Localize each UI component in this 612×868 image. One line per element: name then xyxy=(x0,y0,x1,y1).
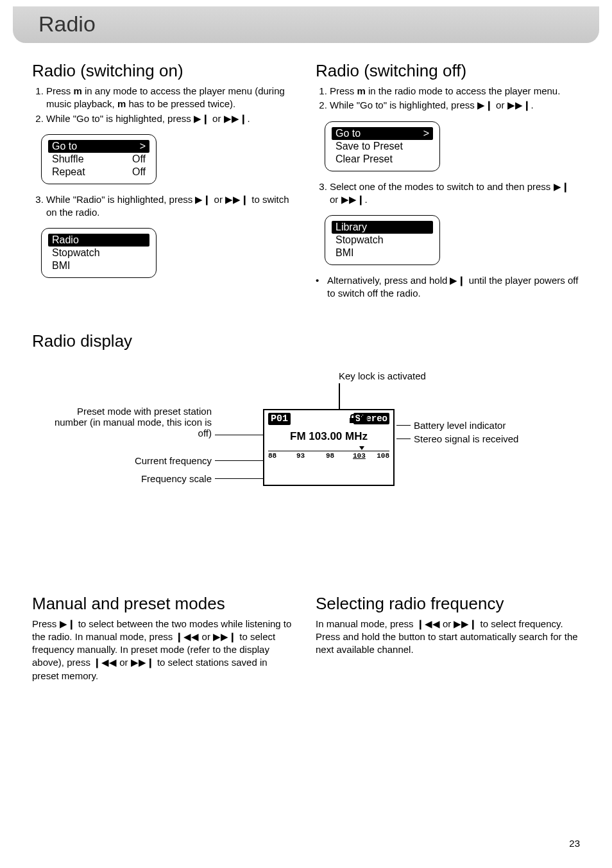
menu-library: Library Stopwatch BMI xyxy=(325,215,440,265)
tick: 103 xyxy=(353,452,366,460)
menu-row-library: Library xyxy=(332,221,433,234)
step-on-3: While "Radio" is highlighted, press ▶❙ o… xyxy=(46,193,296,220)
scale-line xyxy=(268,451,389,451)
step-on-1: Press m in any mode to access the player… xyxy=(46,85,296,111)
menu-row-shuffle: ShuffleOff xyxy=(48,153,149,166)
anno-preset: Preset mode with preset station number (… xyxy=(45,406,212,438)
frequency-text: FM 103.00 MHz xyxy=(264,430,393,443)
anno-keylock: Key lock is activated xyxy=(339,370,426,381)
anno-line xyxy=(215,478,263,480)
menu-row-stopwatch: Stopwatch xyxy=(48,247,149,259)
frequency-scale: 88 93 98 103 108 xyxy=(264,448,393,466)
step-off-2: While "Go to" is highlighted, press ▶❙ o… xyxy=(330,99,580,112)
anno-line xyxy=(396,438,411,440)
steps-off: Press m in the radio mode to access the … xyxy=(316,85,580,112)
anno-battery: Battery level indicator xyxy=(414,420,506,431)
lock-icon xyxy=(348,413,357,424)
lcd-screen: P01 Stereo FM 103.00 MHz 88 93 98 103 10… xyxy=(263,409,395,486)
steps-on: Press m in any mode to access the player… xyxy=(32,85,296,125)
anno-stereo: Stereo signal is received xyxy=(414,433,518,444)
page-number: 23 xyxy=(569,838,580,849)
tick: 108 xyxy=(377,452,389,460)
selecting-body: In manual mode, press ❙◀◀ or ▶▶❙ to sele… xyxy=(316,618,580,657)
menu-row-bmi: BMI xyxy=(48,259,149,272)
scale-marker-icon xyxy=(359,446,364,450)
svg-rect-2 xyxy=(362,415,366,422)
left-column: Radio (switching on) Press m in any mode… xyxy=(32,56,296,300)
tick: 93 xyxy=(296,452,305,460)
right-column: Radio (switching off) Press m in the rad… xyxy=(316,56,580,300)
step-off-3: Select one of the modes to switch to and… xyxy=(330,180,580,207)
anno-current: Current frequency xyxy=(83,455,212,466)
step-on-2: While "Go to" is highlighted, press ▶❙ o… xyxy=(46,112,296,125)
section-selecting-freq: Selecting radio frequency xyxy=(316,594,580,614)
section-radio-display: Radio display xyxy=(32,331,580,351)
anno-line xyxy=(215,435,263,436)
preset-badge: P01 xyxy=(268,413,291,425)
page-header: Radio xyxy=(13,6,599,43)
anno-line xyxy=(215,460,263,462)
section-radio-on: Radio (switching on) xyxy=(32,61,296,81)
radio-display-section: Radio display Key lock is activated Pres… xyxy=(32,326,580,550)
menu-row-goto: Go to> xyxy=(48,140,149,153)
steps-off-cont: Select one of the modes to switch to and… xyxy=(316,180,580,207)
menu-row-savepreset: Save to Preset xyxy=(332,140,433,153)
menu-goto-2: Go to> Save to Preset Clear Preset xyxy=(325,121,440,171)
step-off-1: Press m in the radio mode to access the … xyxy=(330,85,580,98)
menu-radio: Radio Stopwatch BMI xyxy=(41,228,157,278)
battery-icon xyxy=(360,413,368,424)
steps-on-cont: While "Radio" is highlighted, press ▶❙ o… xyxy=(32,193,296,220)
manual-body: Press ▶❙ to select between the two modes… xyxy=(32,618,296,682)
manual-preset-section: Manual and preset modes Press ▶❙ to sele… xyxy=(32,589,296,684)
menu-row-goto-2: Go to> xyxy=(332,127,433,140)
display-diagram: Key lock is activated Preset mode with p… xyxy=(32,370,580,550)
menu-row-repeat: RepeatOff xyxy=(48,166,149,178)
alt-note: Alternatively, press and hold ▶❙ until t… xyxy=(316,274,580,300)
selecting-freq-section: Selecting radio frequency In manual mode… xyxy=(316,589,580,684)
page-content: Radio (switching on) Press m in any mode… xyxy=(0,43,612,697)
anno-line xyxy=(396,425,411,426)
section-radio-off: Radio (switching off) xyxy=(316,61,580,81)
section-manual-modes: Manual and preset modes xyxy=(32,594,296,614)
menu-goto: Go to> ShuffleOff RepeatOff xyxy=(41,134,157,184)
menu-row-stopwatch-2: Stopwatch xyxy=(332,234,433,247)
anno-scale: Frequency scale xyxy=(96,473,212,484)
page-title: Radio xyxy=(38,12,574,37)
menu-row-clearpreset: Clear Preset xyxy=(332,153,433,166)
tick: 98 xyxy=(326,452,334,460)
menu-row-bmi-2: BMI xyxy=(332,247,433,259)
tick: 88 xyxy=(268,452,276,460)
menu-row-radio: Radio xyxy=(48,234,149,247)
